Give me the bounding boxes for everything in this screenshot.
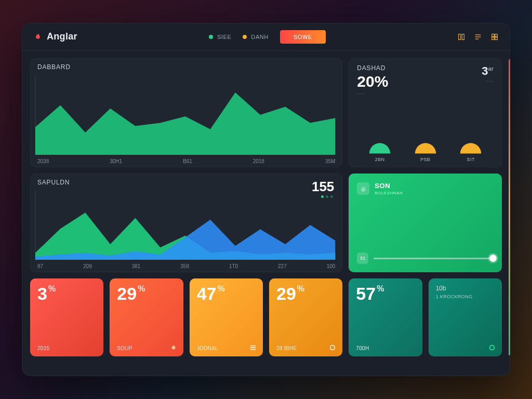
svg-rect-3 <box>495 34 498 36</box>
menu-icon <box>249 344 257 351</box>
dashad-percent: 20% <box>357 73 388 90</box>
nav-tab-active[interactable]: SOWE <box>280 30 326 44</box>
x-axis-ticks: 87 209 381 358 1T0 227 100 <box>37 263 335 269</box>
gauge-icon <box>458 140 483 155</box>
slider-value: 51 <box>357 252 368 264</box>
card-dabbard-chart: DABBARD 2038 30H1 B61 2018 35M <box>30 58 342 167</box>
tick: 227 <box>278 263 287 269</box>
stat-card-1[interactable]: 29% SOUP <box>110 278 183 356</box>
stat-card-5[interactable]: 10b 1 KROCKRONG <box>429 278 502 356</box>
tick: 1T0 <box>229 263 238 269</box>
stat-mid: 1 KROCKRONG <box>436 294 495 299</box>
card-sapuldn-chart: SAPULDN 155 87 209 381 358 1T0 227 100 <box>30 174 342 272</box>
area-chart-sapuldn <box>30 190 342 260</box>
svg-rect-0 <box>459 34 461 39</box>
stat-value: 3 <box>37 284 47 303</box>
tick: B61 <box>183 158 192 164</box>
tick: 87 <box>37 263 43 269</box>
stat-value: 57 <box>356 284 376 303</box>
stat-card-2[interactable]: 47% JODNAL <box>190 278 263 356</box>
header: Anglar SIEE DANH SOWE <box>22 23 510 51</box>
x-axis-ticks: 2038 30H1 B61 2018 35M <box>37 158 335 164</box>
svg-point-9 <box>330 345 335 350</box>
card-son: ◎ SON BOLESHNAN 51 <box>349 174 502 272</box>
gauge-label: 2BN <box>375 157 385 162</box>
tick: 358 <box>180 263 189 269</box>
slider-thumb[interactable] <box>489 255 497 262</box>
stat-sub: 700H <box>356 345 415 351</box>
gauges-row: 2BN PSB SIT <box>357 137 494 162</box>
son-title: SON <box>375 182 403 190</box>
son-slider[interactable]: 51 <box>357 252 494 264</box>
body-grid: DABBARD 2038 30H1 B61 2018 35M DASHAD 20… <box>22 51 510 376</box>
svg-rect-1 <box>462 34 464 39</box>
svg-point-10 <box>490 345 495 350</box>
tick: 30H1 <box>110 158 122 164</box>
dashad-side: 3ar <box>482 64 494 78</box>
box-icon: ◎ <box>357 182 369 195</box>
gauge-label: PSB <box>420 157 430 162</box>
stat-card-4[interactable]: 57% 700H <box>349 278 422 356</box>
flame-icon <box>33 32 43 42</box>
tick: 2038 <box>37 158 49 164</box>
tick: 100 <box>327 263 336 269</box>
svg-rect-2 <box>492 34 495 36</box>
dashad-title: DASHAD <box>357 64 388 72</box>
stack-icon[interactable] <box>474 33 482 41</box>
brand-name: Anglar <box>47 31 77 42</box>
stat-top: 10b <box>436 285 495 292</box>
stat-value: 47 <box>197 284 217 303</box>
nav-center: SIEE DANH SOWE <box>85 30 450 44</box>
tick: 35M <box>325 158 335 164</box>
card-dashad: DASHAD 20% ······ 3ar ······ 2BN PSB <box>349 58 502 167</box>
series-a <box>35 92 335 155</box>
gauge-2[interactable]: SIT <box>455 140 486 162</box>
header-icons <box>457 33 499 41</box>
svg-rect-4 <box>492 37 495 39</box>
card-title: DABBARD <box>37 63 71 71</box>
tick: 209 <box>83 263 92 269</box>
stat-value: 29 <box>276 284 296 303</box>
stat-sub: JODNAL <box>197 345 256 351</box>
stat-sub: 28 IBHE <box>276 345 335 351</box>
gauge-icon <box>367 140 392 155</box>
nav-item-0[interactable]: SIEE <box>209 34 231 40</box>
stat-card-3[interactable]: 29% 28 IBHE <box>269 278 342 356</box>
gauge-icon <box>413 140 438 155</box>
ring-icon <box>329 344 336 351</box>
brand[interactable]: Anglar <box>33 31 77 42</box>
nav-item-1[interactable]: DANH <box>243 34 269 40</box>
nav-label: DANH <box>251 34 269 40</box>
dot-icon <box>170 344 177 351</box>
gauge-label: SIT <box>467 157 475 162</box>
dot-icon <box>209 35 213 39</box>
panel-icon[interactable] <box>457 33 466 41</box>
edge-accent <box>509 59 510 355</box>
card-title: SAPULDN <box>37 179 70 186</box>
stat-card-0[interactable]: 3% 2015 <box>30 278 103 356</box>
svg-rect-5 <box>495 37 498 39</box>
dashad-mini2: ······ <box>482 79 494 84</box>
stat-sub: 2015 <box>37 345 96 351</box>
son-subtitle: BOLESHNAN <box>375 191 403 195</box>
gauge-0[interactable]: 2BN <box>364 140 395 162</box>
gauge-1[interactable]: PSB <box>410 140 441 162</box>
dashad-mini: ······ <box>357 91 388 96</box>
stat-sub: SOUP <box>117 345 176 351</box>
dot-icon <box>243 35 247 39</box>
svg-point-8 <box>171 346 175 350</box>
area-chart-dabbard <box>30 75 342 155</box>
tick: 2018 <box>253 158 264 164</box>
tick: 381 <box>132 263 141 269</box>
nav-label: SIEE <box>217 34 231 40</box>
stat-value: 29 <box>117 284 137 303</box>
app-window: Anglar SIEE DANH SOWE DABBARD <box>22 23 510 376</box>
ring-icon <box>488 344 496 351</box>
grid-icon[interactable] <box>490 33 499 41</box>
slider-track[interactable] <box>374 258 494 259</box>
